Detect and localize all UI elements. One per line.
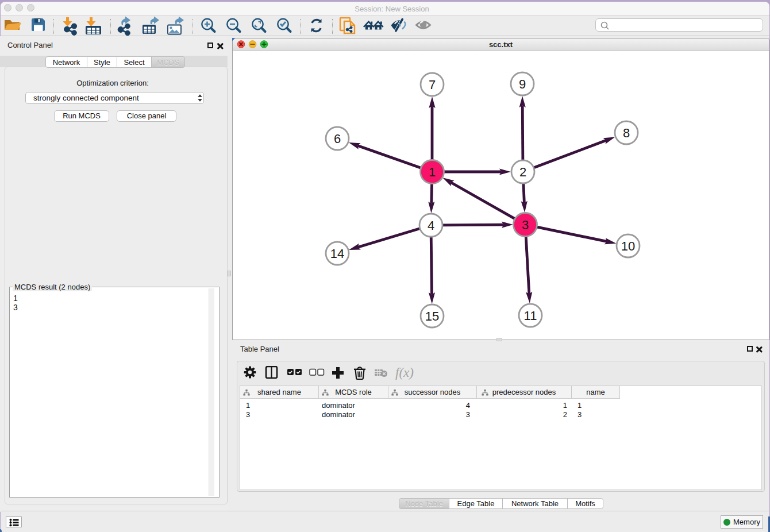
svg-text:10: 10 xyxy=(621,239,635,253)
svg-text:1: 1 xyxy=(429,165,436,179)
svg-text:3: 3 xyxy=(522,218,529,232)
svg-text:15: 15 xyxy=(425,309,439,323)
svg-text:7: 7 xyxy=(429,78,436,92)
svg-text:6: 6 xyxy=(334,132,341,146)
svg-text:9: 9 xyxy=(519,77,526,91)
svg-text:f(x): f(x) xyxy=(395,366,414,380)
svg-text:2: 2 xyxy=(519,165,526,179)
svg-text:11: 11 xyxy=(524,309,537,323)
svg-text:4: 4 xyxy=(428,218,434,233)
svg-text:14: 14 xyxy=(330,246,344,261)
svg-text:8: 8 xyxy=(623,126,630,140)
